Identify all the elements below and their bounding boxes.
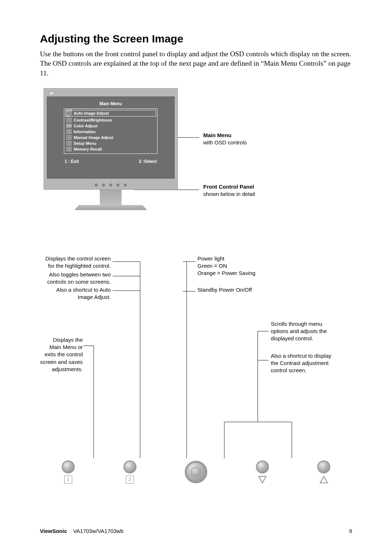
osd-menu-box: AUTO SET Auto Image Adjust ☀ Contrast/Br… [64, 108, 158, 154]
monitor-stand-neck [100, 190, 122, 205]
intro-text: Use the buttons on the front control pan… [40, 49, 352, 78]
osd-item-setup-menu: ? Setup Menu [66, 140, 155, 146]
monitor-screen: Main Menu AUTO SET Auto Image Adjust ☀ C… [47, 97, 175, 178]
callout-sub: shown below in detail [203, 190, 255, 198]
osd-footer-exit: 1 : Exit [65, 159, 79, 164]
down-button [256, 460, 269, 484]
logo-placeholder [49, 91, 54, 95]
front-panel-callout: Front Control Panel shown below in detai… [203, 183, 255, 198]
button-2-label: 2 [126, 476, 134, 484]
info-icon: i [66, 130, 72, 134]
manual-adjust-icon: ✣ [66, 135, 72, 140]
footer-page-number: 9 [349, 528, 352, 534]
osd-item-auto-image-adjust: AUTO SET Auto Image Adjust [65, 110, 156, 116]
down-button-disc [256, 460, 269, 473]
callout-heading: Main Menu [203, 132, 247, 139]
button-detail-figure: Displays the control screen for the high… [40, 255, 352, 484]
btn2-annotation-a: Displays the control screen for the high… [40, 255, 111, 270]
arrows-annotation-a: Scrolls through menu options and adjusts… [271, 320, 332, 342]
power-light-annotation: Power light Green = ON Orange = Power Sa… [197, 255, 277, 277]
question-icon: ? [66, 141, 72, 145]
monitor-figure: Main Menu AUTO SET Auto Image Adjust ☀ C… [44, 88, 352, 222]
osd-item-label: Setup Menu [74, 140, 96, 146]
osd-item-manual-image-adjust: ✣ Manual Image Adjust [66, 135, 155, 140]
triangle-up-icon [319, 476, 328, 484]
power-button [185, 461, 207, 483]
osd-item-memory-recall: ↺ Memory Recall [66, 146, 155, 152]
rgb-icon: RGB [66, 124, 72, 128]
brightness-icon: ☀ [66, 118, 72, 122]
up-button [317, 460, 330, 484]
osd-item-label: Manual Image Adjust [74, 135, 114, 140]
auto-set-icon: AUTO SET [66, 111, 72, 115]
up-button-disc [317, 460, 330, 473]
btn2-annotation-b: Also toggles between two controls on som… [40, 271, 111, 286]
osd-item-label: Information [74, 129, 96, 135]
osd-title: Main Menu [64, 101, 158, 106]
button-1: 1 [62, 460, 75, 484]
button-2-disc [123, 460, 136, 473]
power-button-disc [185, 461, 207, 483]
callout-sub: with OSD controls [203, 139, 247, 146]
arrows-annotation-b: Also a shortcut to display the Contrast … [271, 352, 332, 374]
footer-brand: ViewSonic [40, 528, 67, 534]
osd-footer-select: 2 :Select [139, 159, 157, 164]
btn2-annotation-c: Also a shortcut to Auto Image Adjust. [40, 286, 111, 301]
callout-heading: Front Control Panel [203, 183, 255, 190]
svg-marker-16 [259, 476, 266, 483]
osd-footer: 1 : Exit 2 :Select [64, 159, 158, 164]
page-title: Adjusting the Screen Image [40, 33, 352, 45]
recall-icon: ↺ [66, 147, 72, 151]
triangle-down-icon [258, 476, 267, 484]
main-menu-callout: Main Menu with OSD controls [203, 132, 247, 147]
button-2: 2 [123, 460, 136, 484]
btn1-annotation: Displays the Main Menu or exits the cont… [40, 336, 83, 373]
page-footer: ViewSonic VA1703w/VA1703wb 9 [40, 528, 352, 534]
footer-model: VA1703w/VA1703wb [73, 528, 123, 534]
osd-item-label: Memory Recall [74, 146, 102, 152]
standby-annotation: Standby Power On/Off [197, 286, 256, 294]
front-panel-buttons [47, 184, 175, 186]
osd-item-contrast-brightness: ☀ Contrast/Brightness [66, 117, 155, 123]
osd-item-label: Color Adjust [74, 123, 98, 129]
svg-marker-17 [320, 476, 327, 483]
monitor-chin: • • • [47, 178, 175, 189]
osd-item-label: Contrast/Brightness [74, 117, 112, 123]
monitor-stand-base [74, 205, 147, 210]
osd-item-information: i Information [66, 129, 155, 135]
button-1-disc [62, 460, 75, 473]
osd-item-color-adjust: RGB Color Adjust [66, 123, 155, 129]
button-1-label: 1 [64, 476, 72, 484]
osd-item-label: Auto Image Adjust [74, 110, 109, 116]
